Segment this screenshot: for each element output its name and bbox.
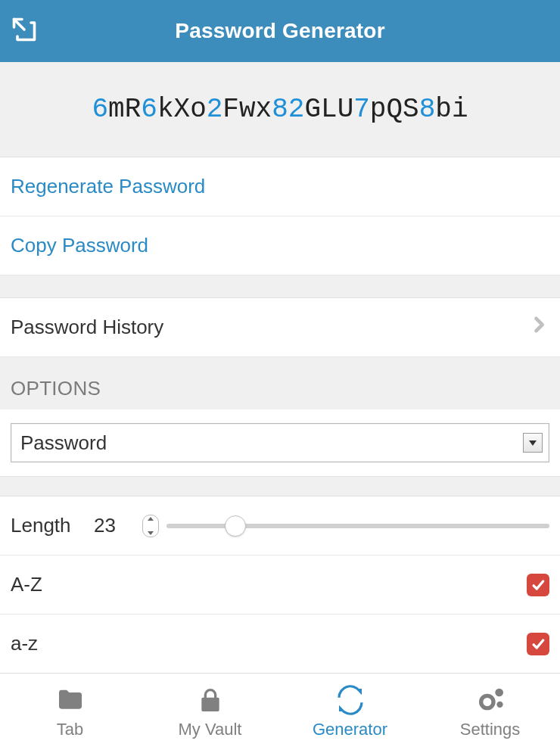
type-select-row: Password [0, 409, 560, 477]
tab-tab[interactable]: Tab [0, 674, 140, 750]
tab-generator[interactable]: Generator [280, 674, 420, 750]
gears-icon [475, 685, 506, 715]
tab-my-vault[interactable]: My Vault [140, 674, 280, 750]
copy-password-label: Copy Password [11, 234, 148, 257]
section-gap [0, 275, 560, 298]
tab-my-vault-label: My Vault [179, 720, 242, 739]
history-list: Password History [0, 298, 560, 357]
password-history-button[interactable]: Password History [0, 298, 560, 357]
lowercase-row: a-z [0, 615, 560, 673]
tab-bar: Tab My Vault Generator Settings [0, 673, 560, 750]
uppercase-row: A-Z [0, 555, 560, 615]
action-list: Regenerate Password Copy Password [0, 157, 560, 275]
slider-thumb[interactable] [225, 515, 246, 537]
password-history-label: Password History [11, 316, 163, 339]
password-type-select[interactable]: Password [11, 423, 549, 462]
regenerate-password-button[interactable]: Regenerate Password [0, 157, 560, 216]
generated-password: 6mR6kXo2Fwx82GLU7pQS8bi [92, 94, 468, 125]
lowercase-label: a-z [11, 632, 527, 655]
page-title: Password Generator [0, 19, 560, 43]
password-type-value: Password [11, 431, 523, 455]
generated-password-panel: 6mR6kXo2Fwx82GLU7pQS8bi [0, 62, 560, 157]
svg-line-0 [14, 20, 25, 30]
length-value: 23 [94, 514, 142, 537]
uppercase-label: A-Z [11, 573, 527, 596]
length-row: Length 23 [0, 496, 560, 555]
length-label: Length [11, 514, 94, 537]
chevron-down-icon [148, 531, 154, 535]
tab-settings[interactable]: Settings [420, 674, 560, 750]
tab-tab-label: Tab [57, 720, 83, 739]
section-gap [0, 477, 560, 496]
options-section-header: OPTIONS [0, 357, 560, 409]
uppercase-checkbox[interactable] [527, 574, 549, 596]
lowercase-checkbox[interactable] [527, 633, 549, 655]
slider-track [166, 524, 549, 528]
refresh-icon [335, 685, 366, 715]
length-slider[interactable] [166, 515, 549, 537]
chevron-right-icon [528, 314, 549, 341]
content-scroll: 6mR6kXo2Fwx82GLU7pQS8bi Regenerate Passw… [0, 62, 560, 673]
chevron-up-icon [148, 517, 154, 521]
copy-password-button[interactable]: Copy Password [0, 216, 560, 275]
svg-point-2 [495, 688, 503, 696]
svg-point-3 [496, 701, 502, 707]
tab-generator-label: Generator [313, 720, 387, 739]
lock-icon [195, 685, 226, 715]
regenerate-password-label: Regenerate Password [11, 175, 205, 198]
folder-icon [55, 685, 86, 715]
app-header: Password Generator [0, 0, 560, 62]
svg-marker-1 [529, 440, 537, 446]
tab-settings-label: Settings [460, 720, 521, 739]
popout-icon[interactable] [11, 16, 38, 46]
length-stepper[interactable] [142, 515, 159, 537]
dropdown-icon [523, 433, 543, 453]
